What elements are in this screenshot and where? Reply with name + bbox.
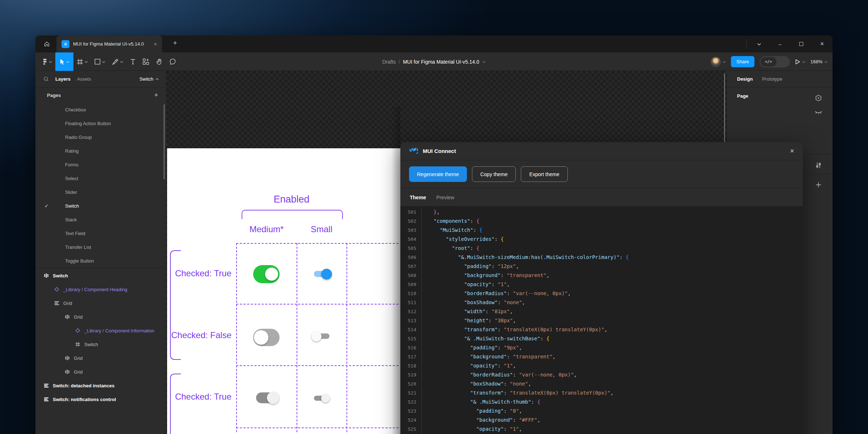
dev-mode-toggle[interactable]: </> [760,56,790,68]
resources-icon [142,58,149,65]
layer-item[interactable]: Switch [35,269,166,282]
dialog-close-icon[interactable]: × [790,147,794,155]
pen-tool-button[interactable] [109,52,127,71]
switch-small-on-disabled[interactable] [314,396,328,401]
page-item[interactable]: Radio Group [35,130,166,144]
layer-item[interactable]: _Library / Component Information [35,324,166,337]
figma-window: MUI for Figma Material UI-v5.14.0 × + – … [35,35,833,434]
switch-medium-on[interactable] [253,265,280,283]
pages-header: Pages + [35,88,166,103]
chevron-down-icon[interactable] [482,61,486,63]
export-theme-button[interactable]: Export theme [521,166,567,182]
pen-icon [112,58,119,65]
present-button[interactable] [795,59,805,65]
new-tab-button[interactable]: + [170,39,180,47]
file-tab[interactable]: MUI for Figma Material UI-v5.14.0 × [56,35,162,52]
component-props-icon[interactable] [814,94,822,102]
eye-closed-icon[interactable] [814,109,822,116]
main-menu-button[interactable] [39,52,55,71]
frame-icon [75,341,81,347]
layer-filter[interactable]: Switch [140,76,159,82]
line-number: 503 [400,226,421,235]
layer-item[interactable]: Switch [35,337,166,351]
window-controls-separator [746,39,747,49]
tab-design[interactable]: Design [737,76,753,82]
selection-dashed-line [236,304,399,305]
code-line: 514 "transform": "translateX(0px) transl… [400,325,803,334]
small-column-label: Small [293,224,350,234]
line-number: 524 [400,416,421,425]
minimize-button[interactable]: – [770,35,791,52]
text-tool-button[interactable] [127,52,139,71]
add-page-button[interactable]: + [154,92,158,99]
file-type-icon [61,40,69,48]
text-icon [130,59,136,65]
page-item[interactable]: Transfer List [35,240,166,254]
home-button[interactable] [41,38,53,50]
page-item[interactable]: Floating Action Button [35,116,166,130]
switch-small-on[interactable] [314,271,331,277]
layer-item[interactable]: _Library / Component Heading [35,282,166,296]
adjustments-icon[interactable] [814,161,822,169]
zoom-menu[interactable]: 168% [810,59,827,64]
page-item[interactable]: Rating [35,144,166,158]
line-number: 519 [400,370,421,379]
code-line: 523 "padding": "0", [400,407,803,416]
maximize-button[interactable] [791,35,812,52]
layer-item[interactable]: Grid [35,296,166,310]
autolayout-col-icon [43,273,49,278]
copy-theme-button[interactable]: Copy theme [472,166,516,182]
actions-tool-button[interactable] [139,52,153,71]
switch-medium-off[interactable] [253,329,280,346]
shape-tool-button[interactable] [91,52,109,71]
line-number: 509 [400,280,421,289]
tab-prototype[interactable]: Prototype [762,76,782,82]
account-menu[interactable] [711,57,726,67]
layer-item[interactable]: Grid [35,365,166,379]
page-item[interactable]: ✓Switch [35,199,166,213]
layer-item[interactable]: Grid [35,310,166,324]
switch-thumb [321,394,330,403]
page-item[interactable]: Checkbox [35,103,166,116]
chevron-down-icon [66,61,69,63]
hand-tool-button[interactable] [153,52,166,71]
page-item[interactable]: Text Field [35,226,166,240]
dialog-header: MUI Connect × [400,142,803,160]
tab-assets[interactable]: Assets [77,76,91,82]
hand-icon [156,58,163,65]
page-item[interactable]: Stack [35,213,166,226]
page-item[interactable]: Select [35,171,166,185]
page-item[interactable]: Forms [35,158,166,171]
layer-item[interactable]: Grid [35,351,166,365]
search-icon[interactable] [43,76,49,82]
theme-code-editor[interactable]: 501 },502 "components": {503 "MuiSwitch"… [400,206,803,434]
breadcrumb-file-name[interactable]: MUI for Figma Material UI-v5.14.0 [403,59,479,65]
frame-tool-button[interactable] [73,52,91,71]
code-line: 506 "&.MuiSwitch-sizeMedium:has(.MuiSwit… [400,253,803,262]
layer-item[interactable]: Switch: detached instances [35,379,166,392]
tab-close-icon[interactable]: × [153,41,158,47]
layer-item[interactable]: Switch: notifications control [35,392,166,406]
regenerate-theme-button[interactable]: Regenerate theme [409,166,467,182]
breadcrumb-folder[interactable]: Drafts [382,59,396,65]
page-item[interactable]: Toggle Button [35,254,166,268]
row-group-bracket [170,250,181,360]
share-button[interactable]: Share [731,56,754,67]
code-line: 522 "& .MuiSwitch-thumb": { [400,397,803,407]
comment-tool-button[interactable] [166,52,179,71]
move-tool-button[interactable] [55,52,73,71]
switch-thumb [265,268,278,281]
page-item[interactable]: Slider [35,185,166,199]
line-number: 502 [400,217,421,226]
window-menu-chevron-icon[interactable] [749,35,770,52]
close-window-button[interactable]: × [812,35,833,52]
tab-theme[interactable]: Theme [410,195,426,200]
tab-preview[interactable]: Preview [436,195,454,200]
instance-icon [54,286,60,292]
switch-medium-on-disabled[interactable] [256,392,278,403]
switch-small-off[interactable] [314,333,329,339]
code-line: 507 "padding": "12px", [400,262,803,271]
add-icon[interactable] [814,181,822,189]
tab-layers[interactable]: Layers [55,76,71,82]
autolayout-col-icon [64,369,70,375]
